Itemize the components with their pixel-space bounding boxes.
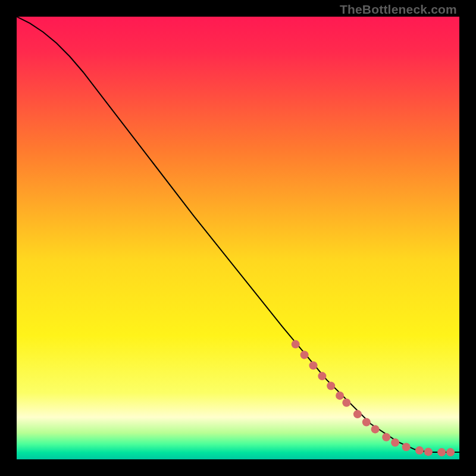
- data-marker: [415, 446, 424, 455]
- data-marker: [342, 399, 350, 407]
- chart-svg: [17, 17, 459, 459]
- data-marker: [292, 340, 300, 349]
- data-marker: [353, 410, 362, 418]
- data-marker: [327, 382, 335, 390]
- data-marker: [402, 443, 411, 451]
- data-marker: [336, 392, 344, 400]
- data-marker: [362, 418, 371, 427]
- data-marker: [424, 447, 433, 456]
- data-marker: [391, 439, 399, 447]
- watermark-text: TheBottleneck.com: [340, 2, 457, 17]
- data-marker: [437, 448, 446, 456]
- gradient-background: [17, 17, 459, 459]
- data-marker: [371, 425, 380, 433]
- data-marker: [446, 448, 455, 456]
- data-marker: [300, 350, 309, 359]
- chart-area: [17, 17, 459, 459]
- data-marker: [309, 361, 318, 369]
- data-marker: [318, 372, 326, 380]
- data-marker: [382, 433, 390, 441]
